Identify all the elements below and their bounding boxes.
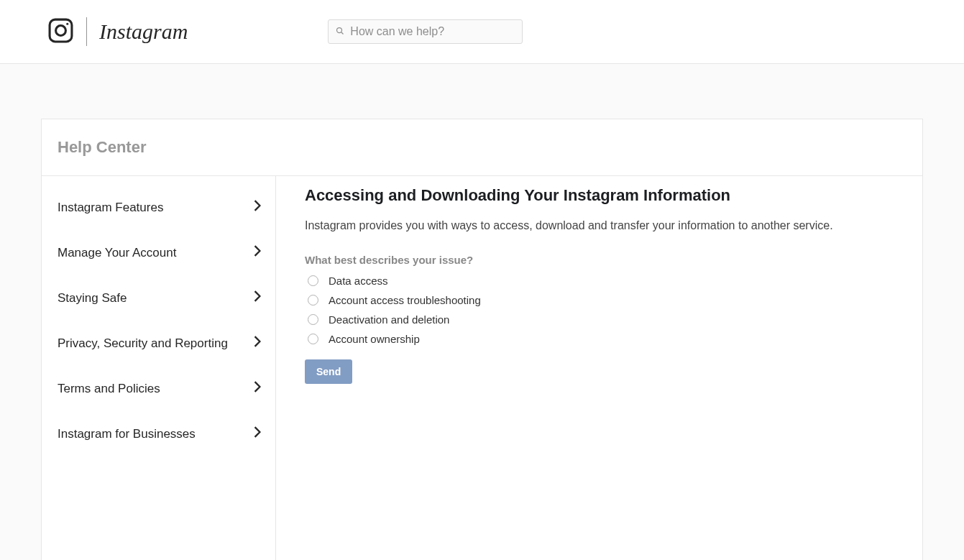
radio-icon bbox=[308, 314, 318, 325]
sidebar-item-terms-policies[interactable]: Terms and Policies bbox=[42, 366, 275, 411]
page-title: Accessing and Downloading Your Instagram… bbox=[305, 186, 894, 205]
sidebar-item-business[interactable]: Instagram for Businesses bbox=[42, 411, 275, 456]
sidebar-item-instagram-features[interactable]: Instagram Features bbox=[42, 185, 275, 230]
logo-group[interactable]: Instagram bbox=[47, 17, 188, 47]
svg-point-1 bbox=[56, 25, 66, 35]
svg-rect-0 bbox=[50, 19, 72, 42]
site-header: Instagram bbox=[0, 0, 964, 64]
radio-option-ownership[interactable]: Account ownership bbox=[308, 333, 894, 345]
page-intro: Instagram provides you with ways to acce… bbox=[305, 218, 894, 234]
content-row: Instagram Features Manage Your Account S… bbox=[42, 176, 922, 560]
search-input[interactable] bbox=[350, 25, 515, 38]
chevron-right-icon bbox=[254, 245, 261, 260]
help-center-header: Help Center bbox=[42, 119, 922, 176]
radio-group: Data access Account access troubleshooti… bbox=[308, 275, 894, 345]
sidebar-item-label: Terms and Policies bbox=[58, 382, 160, 396]
chevron-right-icon bbox=[254, 381, 261, 396]
radio-label: Account ownership bbox=[329, 333, 420, 345]
radio-icon bbox=[308, 334, 318, 344]
main-content: Accessing and Downloading Your Instagram… bbox=[276, 176, 922, 560]
sidebar: Instagram Features Manage Your Account S… bbox=[42, 176, 276, 560]
radio-icon bbox=[308, 295, 318, 306]
svg-point-3 bbox=[337, 28, 342, 33]
sidebar-item-staying-safe[interactable]: Staying Safe bbox=[42, 275, 275, 321]
help-center-title[interactable]: Help Center bbox=[58, 138, 906, 157]
sidebar-item-manage-account[interactable]: Manage Your Account bbox=[42, 230, 275, 275]
radio-label: Deactivation and deletion bbox=[329, 313, 449, 326]
chevron-right-icon bbox=[254, 336, 261, 351]
search-icon bbox=[336, 25, 350, 38]
send-button[interactable]: Send bbox=[305, 359, 352, 384]
radio-label: Data access bbox=[329, 275, 388, 287]
instagram-wordmark: Instagram bbox=[99, 19, 188, 44]
svg-point-2 bbox=[66, 22, 68, 24]
chevron-right-icon bbox=[254, 200, 261, 215]
instagram-icon bbox=[47, 17, 74, 47]
radio-label: Account access troubleshooting bbox=[329, 294, 481, 306]
radio-option-deactivation[interactable]: Deactivation and deletion bbox=[308, 313, 894, 326]
main-container: Help Center Instagram Features Manage Yo… bbox=[41, 119, 923, 560]
radio-option-data-access[interactable]: Data access bbox=[308, 275, 894, 287]
chevron-right-icon bbox=[254, 290, 261, 306]
radio-option-account-access[interactable]: Account access troubleshooting bbox=[308, 294, 894, 306]
sidebar-item-label: Instagram Features bbox=[58, 201, 163, 215]
sidebar-item-privacy-security[interactable]: Privacy, Security and Reporting bbox=[42, 321, 275, 366]
logo-divider bbox=[86, 17, 87, 46]
sidebar-item-label: Staying Safe bbox=[58, 291, 127, 306]
svg-line-4 bbox=[341, 32, 344, 35]
chevron-right-icon bbox=[254, 426, 261, 441]
question-label: What best describes your issue? bbox=[305, 254, 894, 266]
sidebar-item-label: Privacy, Security and Reporting bbox=[58, 336, 228, 351]
search-box[interactable] bbox=[328, 19, 523, 44]
sidebar-item-label: Manage Your Account bbox=[58, 246, 176, 260]
sidebar-item-label: Instagram for Businesses bbox=[58, 427, 196, 441]
radio-icon bbox=[308, 275, 318, 286]
